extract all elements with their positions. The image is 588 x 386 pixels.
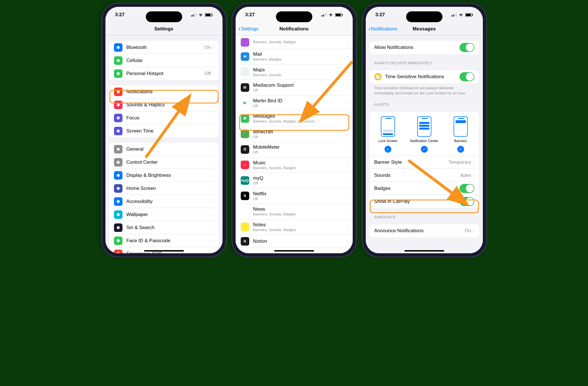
app-row-merlin-bird-id[interactable]: 🐦Merlin Bird IDOff› [236,96,353,111]
alert-label: Lock Screen [370,139,406,143]
app-sub: Off [253,104,347,108]
app-name: Notion [253,238,347,244]
allow-notifications-row[interactable]: Allow Notifications [370,41,479,54]
settings-row-focus[interactable]: Focus› [109,111,219,124]
app-label-stack: MailBanners, Badges [253,51,347,63]
phone-1: 3:27 Settings BluetoothOn›Cellular›Perso… [101,3,227,257]
svg-rect-25 [321,15,322,16]
alert-banners[interactable]: Banners [442,116,479,143]
svg-rect-6 [212,14,213,16]
home-indicator[interactable] [144,250,184,252]
app-row-mail[interactable]: ✉MailBanners, Badges› [236,49,353,65]
app-row-music[interactable]: ♪MusicBanners, Sounds, Badges› [236,157,353,173]
sound-icon [114,101,122,109]
settings-row-bluetooth[interactable]: BluetoothOn› [109,41,219,54]
bluetooth-icon [114,43,122,52]
app-row-mobilemeter[interactable]: ⏱MobileMeterOff› [236,142,353,157]
chevron-right-icon: › [347,132,348,136]
chevron-right-icon: › [213,160,214,165]
row-value: On [204,45,211,50]
carplay-label: Show in CarPlay [374,199,460,204]
svg-point-21 [117,239,120,242]
app-sub: Off [253,181,347,186]
check-icon[interactable]: ✓ [421,146,428,153]
time-sensitive-toggle[interactable] [460,72,474,81]
app-label-stack: Mediacom SupportOff [253,82,347,94]
settings-row-screen-time[interactable]: Screen Time› [109,124,219,138]
announce-row[interactable]: Announce Notifications On › [370,224,479,237]
alert-lock-screen[interactable]: Lock Screen [370,116,406,143]
app-row-partial[interactable]: Banners, Sounds, Badges› [236,36,353,49]
hourglass-icon [114,127,122,135]
app-row-messages[interactable]: 💬MessagesBanners, Sounds, Badges, Announ… [236,111,353,126]
app-row-notion[interactable]: NNotion› [236,235,353,248]
settings-row-siri-search[interactable]: Siri & Search› [109,221,219,234]
banner-preview-icon [454,116,468,137]
back-button[interactable]: ‹Notifications [369,25,398,33]
screen-2: 3:27 ‹Settings Notifications Banners, So… [236,7,353,253]
settings-row-display-brightness[interactable]: Display & Brightness› [109,169,219,182]
chevron-right-icon: › [347,209,348,214]
settings-row-general[interactable]: General› [109,143,219,156]
announce-value: On [465,228,471,234]
row-label: Control Center [126,159,213,165]
sos-icon [114,250,122,253]
settings-row-accessibility[interactable]: Accessibility› [109,195,219,208]
row-label: Focus [126,115,213,121]
carplay-row[interactable]: Show in CarPlay [370,195,479,208]
battery-icon [335,13,343,17]
chevron-left-icon: ‹ [369,25,371,33]
settings-row-home-screen[interactable]: Home Screen› [109,182,219,195]
settings-row-wallpaper[interactable]: Wallpaper› [109,208,219,221]
settings-row-control-center[interactable]: Control Center› [109,156,219,169]
screen-1: 3:27 Settings BluetoothOn›Cellular›Perso… [105,7,223,253]
chevron-right-icon: › [347,70,348,74]
app-label-stack: MessagesBanners, Sounds, Badges, Announc… [253,113,347,124]
settings-row-cellular[interactable]: Cellular› [109,54,219,67]
app-row-mediacom-support[interactable]: MMediacom SupportOff› [236,80,353,96]
svg-point-15 [117,161,120,164]
notifications-content[interactable]: Banners, Sounds, Badges›✉MailBanners, Ba… [236,35,353,253]
home-indicator[interactable] [274,250,314,252]
chevron-right-icon: › [213,103,214,107]
lock-preview-icon [381,116,395,137]
time-sensitive-row[interactable]: 🕐 Time Sensitive Notifications [370,70,479,83]
alert-notification-center[interactable]: Notification Center [406,116,442,143]
carplay-toggle[interactable] [460,197,474,206]
check-icon[interactable]: ✓ [385,146,391,153]
sounds-row[interactable]: Sounds Apex › [370,169,479,182]
settings-content[interactable]: BluetoothOn›Cellular›Personal HotspotOff… [105,35,223,253]
app-row-maps[interactable]: MapsBanners, Sounds› [236,65,353,80]
badges-toggle[interactable] [460,184,474,193]
signal-icon [321,13,327,16]
status-time: 3:27 [245,12,255,18]
app-name: Mediacom Support [253,82,347,88]
back-button[interactable]: ‹Settings [238,25,259,33]
messages-settings-content[interactable]: Allow Notifications ALWAYS DELIVER IMMED… [366,35,483,253]
chevron-right-icon: › [213,129,214,133]
chevron-right-icon: › [213,225,214,230]
app-label-stack: MapsBanners, Sounds [253,66,347,78]
home-indicator[interactable] [404,250,444,252]
app-row-netflix[interactable]: NNetflixOff› [236,188,353,204]
svg-rect-30 [336,14,341,16]
settings-row-face-id-passcode[interactable]: Face ID & Passcode› [109,234,219,247]
status-time: 3:27 [115,12,125,18]
app-row-minecraft[interactable]: MinecraftOff› [236,126,353,142]
chevron-right-icon: › [473,229,474,233]
settings-row-notifications[interactable]: Notifications› [109,85,219,98]
banner-style-row[interactable]: Banner Style Temporary › [370,156,479,169]
app-row-notes[interactable]: NotesBanners, Sounds, Badges› [236,219,353,235]
app-sub: Off [253,197,347,201]
phone-2: 3:27 ‹Settings Notifications Banners, So… [232,3,357,257]
settings-group-network: BluetoothOn›Cellular›Personal HotspotOff… [109,41,219,80]
check-icon[interactable]: ✓ [457,146,464,153]
badges-row[interactable]: Badges [370,182,479,195]
allow-toggle[interactable] [460,43,474,52]
settings-row-personal-hotspot[interactable]: Personal HotspotOff› [109,67,219,80]
app-row-news[interactable]: NNewsBanners, Sounds, Badges› [236,204,353,219]
settings-row-sounds-haptics[interactable]: Sounds & Haptics› [109,98,219,111]
svg-point-19 [117,213,120,216]
chevron-right-icon: › [473,160,474,165]
app-row-myq[interactable]: myQmyQOff› [236,173,353,188]
